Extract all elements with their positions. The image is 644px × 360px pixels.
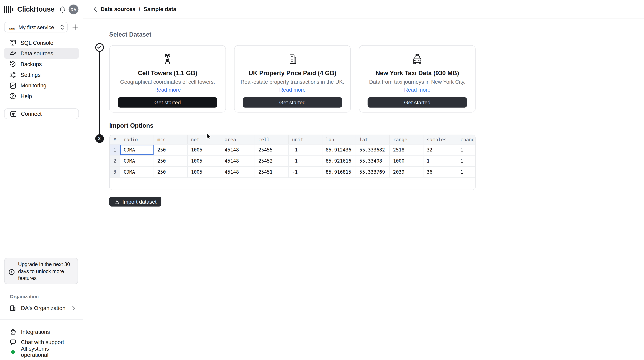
table-cell-unit[interactable]: -1 <box>289 156 322 167</box>
column-header-net[interactable]: net <box>188 135 222 144</box>
table-cell-range[interactable]: 2518 <box>390 144 424 156</box>
table-cell-lat[interactable]: 55.33408 <box>356 156 390 167</box>
dataset-description: Geographical coordinates of cell towers. <box>110 79 226 85</box>
table-cell-mcc[interactable]: 250 <box>154 144 188 156</box>
bell-icon <box>59 6 66 13</box>
select-dataset-title: Select Dataset <box>109 31 644 38</box>
help-icon <box>10 93 16 99</box>
footer-item-label: Integrations <box>21 329 50 335</box>
sidebar-nav: SQL Console Data sources <box>0 38 83 102</box>
connect-button[interactable]: Connect <box>4 108 79 119</box>
table-cell-lon[interactable]: 85.912436 <box>322 144 356 156</box>
table-cell-lon[interactable]: 85.916815 <box>322 167 356 178</box>
taxi-icon <box>360 52 475 66</box>
row-number-cell: 3 <box>110 167 120 178</box>
table-cell-lat[interactable]: 55.333769 <box>356 167 390 178</box>
clickhouse-logo-icon <box>4 6 14 13</box>
service-selector[interactable]: aws My first service <box>4 22 68 32</box>
table-row: 3CDMA25010054514825451-185.91681555.3337… <box>110 167 476 178</box>
row-number-cell: 2 <box>110 156 120 167</box>
import-dataset-button[interactable]: Import dataset <box>109 196 162 206</box>
breadcrumb-sample-data[interactable]: Sample data <box>144 6 176 12</box>
table-cell-net[interactable]: 1005 <box>188 144 222 156</box>
sidebar: ClickHouse DA aws My first service <box>0 0 84 360</box>
organization-switcher[interactable]: DA's Organization <box>4 303 79 313</box>
table-cell-mcc[interactable]: 250 <box>154 156 188 167</box>
get-started-cell-towers-button[interactable]: Get started <box>118 97 217 108</box>
organization-building-icon <box>10 305 16 311</box>
table-cell-radio[interactable]: CDMA <box>120 167 154 178</box>
cell-tower-icon <box>110 52 226 66</box>
table-cell-samples[interactable]: 36 <box>424 167 457 178</box>
get-started-uk-property-button[interactable]: Get started <box>243 97 342 108</box>
sidebar-item-data-sources[interactable]: Data sources <box>4 48 79 59</box>
clock-icon <box>8 268 15 275</box>
get-started-ny-taxi-button[interactable]: Get started <box>368 97 467 108</box>
table-cell-changeable[interactable]: 1 <box>457 144 476 156</box>
table-cell-cell[interactable]: 25452 <box>255 156 289 167</box>
sidebar-item-settings[interactable]: Settings <box>4 70 79 80</box>
column-header-lon[interactable]: lon <box>322 135 356 144</box>
table-cell-changeable[interactable]: 1 <box>457 156 476 167</box>
dataset-card-cell-towers: Cell Towers (1.1 GB) Geographical coordi… <box>109 45 226 112</box>
table-cell-area[interactable]: 45148 <box>221 167 255 178</box>
step-1-complete-indicator <box>95 43 104 52</box>
table-cell-range[interactable]: 2039 <box>390 167 424 178</box>
add-service-button[interactable] <box>72 24 78 30</box>
table-cell-lon[interactable]: 85.921616 <box>322 156 356 167</box>
column-header-changeable[interactable]: changeable <box>457 135 476 144</box>
table-row: 1CDMA25010054514825455-185.91243655.3336… <box>110 144 476 156</box>
sidebar-item-integrations[interactable]: Integrations <box>4 327 79 337</box>
table-row: 2CDMA25010054514825452-185.92161655.3340… <box>110 156 476 167</box>
sidebar-item-help[interactable]: Help <box>4 91 79 102</box>
import-download-icon <box>114 199 120 204</box>
dataset-title: UK Property Price Paid (4 GB) <box>234 70 350 76</box>
table-cell-unit[interactable]: -1 <box>289 144 322 156</box>
column-header-samples[interactable]: samples <box>424 135 457 144</box>
table-cell-samples[interactable]: 1 <box>424 156 457 167</box>
column-header-cell[interactable]: cell <box>255 135 289 144</box>
sidebar-item-chat-support[interactable]: Chat with support <box>4 337 79 347</box>
table-cell-samples[interactable]: 32 <box>424 144 457 156</box>
read-more-link[interactable]: Read more <box>279 86 306 93</box>
sidebar-item-sql-console[interactable]: SQL Console <box>4 38 79 48</box>
column-header-unit[interactable]: unit <box>289 135 322 144</box>
column-header-row-number[interactable]: # <box>110 135 120 144</box>
table-cell-cell[interactable]: 25451 <box>255 167 289 178</box>
table-cell-radio[interactable]: CDMA <box>120 156 154 167</box>
sidebar-item-monitoring[interactable]: Monitoring <box>4 80 79 91</box>
user-avatar[interactable]: DA <box>69 4 78 14</box>
sidebar-item-backups[interactable]: Backups <box>4 59 79 70</box>
read-more-link[interactable]: Read more <box>154 86 181 93</box>
read-more-link[interactable]: Read more <box>404 86 430 93</box>
column-header-radio[interactable]: radio <box>120 135 154 144</box>
clickhouse-logo[interactable]: ClickHouse <box>4 5 54 14</box>
table-cell-net[interactable]: 1005 <box>188 167 222 178</box>
import-options-title: Import Options <box>109 122 644 129</box>
content: 2 Select Dataset Cell Towers (1.1 GB) Ge… <box>84 31 644 206</box>
step-connector-line <box>99 52 100 134</box>
table-cell-unit[interactable]: -1 <box>289 167 322 178</box>
sidebar-item-label: SQL Console <box>20 40 53 46</box>
breadcrumb-data-sources[interactable]: Data sources <box>101 6 136 12</box>
column-header-lat[interactable]: lat <box>356 135 390 144</box>
back-button[interactable] <box>94 6 97 12</box>
table-cell-range[interactable]: 1000 <box>390 156 424 167</box>
column-header-range[interactable]: range <box>390 135 424 144</box>
table-cell-net[interactable]: 1005 <box>188 156 222 167</box>
table-cell-changeable[interactable]: 1 <box>457 167 476 178</box>
app-root: ClickHouse DA aws My first service <box>0 0 644 360</box>
upgrade-notice[interactable]: Upgrade in the next 30 days to unlock mo… <box>4 258 78 284</box>
table-cell-mcc[interactable]: 250 <box>154 167 188 178</box>
table-cell-cell[interactable]: 25455 <box>255 144 289 156</box>
system-status[interactable]: All systems operational <box>4 347 79 357</box>
table-cell-area[interactable]: 45148 <box>221 144 255 156</box>
sidebar-item-label: Settings <box>20 72 40 78</box>
dataset-description: Real-estate property transactions in the… <box>234 79 350 85</box>
notifications-button[interactable] <box>59 6 66 13</box>
table-cell-radio[interactable]: CDMA <box>120 144 154 156</box>
column-header-mcc[interactable]: mcc <box>154 135 188 144</box>
column-header-area[interactable]: area <box>221 135 255 144</box>
table-cell-lat[interactable]: 55.333682 <box>356 144 390 156</box>
table-cell-area[interactable]: 45148 <box>221 156 255 167</box>
